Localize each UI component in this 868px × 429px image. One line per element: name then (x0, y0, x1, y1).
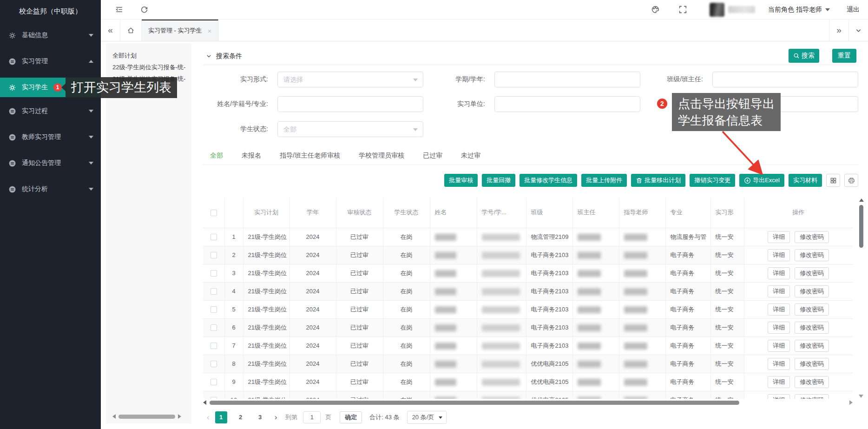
row-checkbox[interactable] (210, 361, 217, 367)
status-tab-已过审[interactable]: 已过审 (414, 146, 452, 165)
status-tab-学校管理员审核[interactable]: 学校管理员审核 (349, 146, 414, 165)
scroll-right-icon[interactable] (178, 414, 181, 419)
row-checkbox[interactable] (210, 397, 217, 399)
next-page-button[interactable]: › (275, 413, 277, 422)
select-field[interactable]: 全部 (277, 121, 423, 137)
tabs-scroll-left-button[interactable]: « (101, 20, 120, 41)
toolbar-button-实习材料[interactable]: 实习材料 (789, 174, 822, 187)
sidebar-item-实习过程[interactable]: 实习过程 (0, 98, 101, 124)
collapse-sidebar-icon[interactable] (115, 5, 124, 14)
page-button-3[interactable]: 3 (254, 411, 266, 423)
theme-palette-icon[interactable] (651, 5, 660, 14)
redacted-name (435, 306, 456, 313)
search-button[interactable]: 搜索 (789, 49, 819, 63)
scroll-down-icon[interactable] (859, 395, 863, 398)
row-action-详细[interactable]: 详细 (768, 322, 790, 334)
toolbar-button-批量移出计划[interactable]: 批量移出计划 (631, 174, 685, 187)
row-checkbox[interactable] (210, 288, 217, 295)
toolbar-button-批量上传附件[interactable]: 批量上传附件 (581, 174, 627, 187)
avatar[interactable] (710, 3, 724, 17)
scroll-up-icon[interactable] (859, 198, 864, 202)
row-action-详细[interactable]: 详细 (768, 394, 790, 399)
row-action-修改密码[interactable]: 修改密码 (795, 304, 829, 316)
row-checkbox[interactable] (210, 324, 217, 331)
reset-button[interactable]: 重置 (832, 49, 856, 63)
row-action-详细[interactable]: 详细 (768, 249, 790, 261)
close-tab-icon[interactable]: × (208, 27, 212, 35)
sidebar-item-基础信息[interactable]: 基础信息 (0, 22, 101, 48)
sidebar-item-教师实习管理[interactable]: 教师实习管理 (0, 124, 101, 150)
sidebar-item-通知公告管理[interactable]: 通知公告管理 (0, 150, 101, 176)
select-all-checkbox[interactable] (210, 210, 217, 216)
confirm-jump-button[interactable]: 确定 (340, 411, 362, 423)
input-field[interactable] (494, 96, 640, 112)
table-hscrollbar[interactable] (203, 400, 853, 405)
logout-button[interactable]: 退出 (847, 6, 860, 14)
row-action-修改密码[interactable]: 修改密码 (795, 285, 829, 297)
chevron-down-icon (89, 110, 93, 112)
tabs-menu-button[interactable] (848, 20, 868, 41)
row-action-详细[interactable]: 详细 (768, 376, 790, 388)
scrollbar-thumb[interactable] (118, 415, 175, 419)
redacted-name (435, 397, 456, 399)
row-checkbox[interactable] (210, 343, 217, 349)
row-action-修改密码[interactable]: 修改密码 (795, 267, 829, 279)
jump-page-input[interactable]: 1 (303, 411, 321, 423)
row-action-修改密码[interactable]: 修改密码 (795, 231, 829, 243)
row-action-详细[interactable]: 详细 (768, 304, 790, 316)
scroll-left-icon[interactable] (112, 414, 116, 419)
toolbar-button-批量修改学生信息[interactable]: 批量修改学生信息 (519, 174, 577, 187)
home-tab-button[interactable] (120, 20, 142, 41)
page-button-1[interactable]: 1 (215, 411, 227, 423)
plan-item[interactable]: 全部计划 (106, 50, 191, 61)
status-tab-全部[interactable]: 全部 (203, 146, 232, 165)
input-field[interactable] (712, 72, 858, 87)
input-field[interactable] (494, 72, 640, 87)
row-action-修改密码[interactable]: 修改密码 (795, 358, 829, 370)
redacted-tutor (624, 234, 647, 241)
toolbar-column-grid-icon-button[interactable] (826, 174, 840, 187)
row-action-详细[interactable]: 详细 (768, 358, 790, 370)
sidebar-item-统计分析[interactable]: 统计分析 (0, 176, 101, 202)
row-checkbox[interactable] (210, 234, 217, 240)
row-action-修改密码[interactable]: 修改密码 (795, 376, 829, 388)
row-action-详细[interactable]: 详细 (768, 231, 790, 243)
prev-page-button[interactable]: ‹ (207, 413, 210, 422)
status-tab-指导/班主任老师审核[interactable]: 指导/班主任老师审核 (270, 146, 349, 165)
status-tab-未过审[interactable]: 未过审 (452, 146, 490, 165)
sidebar-item-实习管理[interactable]: 实习管理 (0, 48, 101, 74)
tab-internship-students[interactable]: 实习管理 - 实习学生 × (142, 20, 218, 41)
row-checkbox[interactable] (210, 306, 217, 313)
input-field[interactable] (277, 96, 423, 112)
plan-item[interactable]: 22级-学生岗位实习报备-统- (106, 61, 191, 73)
row-action-详细[interactable]: 详细 (768, 267, 790, 279)
row-checkbox[interactable] (210, 270, 217, 277)
redacted-tutor (624, 306, 647, 313)
row-action-修改密码[interactable]: 修改密码 (795, 249, 829, 261)
row-action-修改密码[interactable]: 修改密码 (795, 340, 829, 352)
refresh-icon[interactable] (140, 5, 149, 14)
tabs-scroll-right-button[interactable]: » (829, 20, 848, 41)
plan-panel-hscrollbar[interactable] (112, 414, 185, 419)
row-checkbox[interactable] (210, 379, 217, 385)
toolbar-printer-icon-button[interactable] (844, 174, 858, 187)
select-field[interactable]: 请选择 (277, 72, 423, 87)
collapse-search-icon[interactable] (206, 53, 212, 59)
row-action-详细[interactable]: 详细 (768, 340, 790, 352)
fullscreen-icon[interactable] (678, 5, 687, 14)
scroll-left-icon[interactable] (203, 400, 206, 405)
table-vscrollbar[interactable] (858, 198, 864, 399)
page-button-2[interactable]: 2 (235, 411, 247, 423)
scrollbar-thumb[interactable] (859, 205, 863, 248)
row-action-修改密码[interactable]: 修改密码 (795, 394, 829, 399)
scroll-right-icon[interactable] (849, 400, 853, 405)
current-role-dropdown[interactable]: 当前角色 指导老师 (768, 6, 830, 14)
page-size-select[interactable]: 20 条/页 (407, 411, 447, 424)
toolbar-button-批量回撤[interactable]: 批量回撤 (482, 174, 515, 187)
toolbar-button-批量审核[interactable]: 批量审核 (444, 174, 478, 187)
row-action-详细[interactable]: 详细 (768, 285, 790, 297)
scrollbar-thumb[interactable] (210, 401, 739, 405)
status-tab-未报名[interactable]: 未报名 (232, 146, 270, 165)
row-checkbox[interactable] (210, 252, 217, 258)
row-action-修改密码[interactable]: 修改密码 (795, 322, 829, 334)
